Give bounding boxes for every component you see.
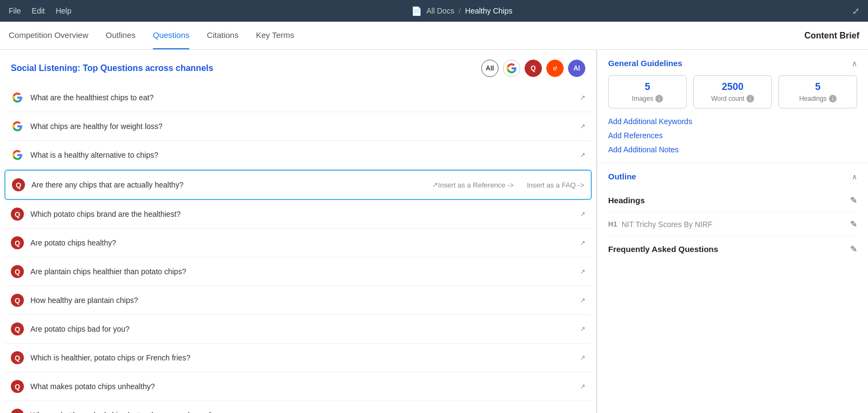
- document-icon: 📄: [411, 6, 422, 16]
- filter-reddit[interactable]: r/: [546, 60, 564, 77]
- right-panel: General Guidelines ∧ 5 Images i 2500 Wor…: [597, 50, 868, 413]
- breadcrumb-separator: /: [458, 7, 461, 15]
- question-text: Are there any chips that are actually he…: [31, 180, 429, 189]
- external-link-icon[interactable]: ↗: [580, 296, 585, 304]
- add-keywords-link[interactable]: Add Additional Keywords: [608, 117, 857, 126]
- share-icon[interactable]: ⤢: [852, 6, 859, 16]
- outline-headings-item: Headings ✎: [608, 189, 857, 212]
- tab-competition-overview[interactable]: Competition Overview: [9, 22, 88, 49]
- add-references-link[interactable]: Add References: [608, 131, 857, 140]
- filter-buttons: All Q r/ AI: [481, 60, 585, 77]
- google-source-icon: [11, 91, 24, 104]
- filter-ai[interactable]: AI: [568, 60, 585, 77]
- menu-file[interactable]: File: [9, 7, 21, 15]
- outline-header-row: Outline ∧: [608, 172, 857, 181]
- word-count-info-icon[interactable]: i: [746, 95, 754, 102]
- tab-outlines[interactable]: Outlines: [106, 22, 136, 49]
- images-value: 5: [644, 81, 650, 93]
- external-link-icon[interactable]: ↗: [580, 325, 585, 333]
- external-link-icon[interactable]: ↗: [580, 268, 585, 275]
- question-item[interactable]: Q Are potato chips healthy? ↗: [4, 229, 592, 257]
- menu-edit[interactable]: Edit: [32, 7, 45, 15]
- external-link-icon[interactable]: ↗: [432, 181, 438, 189]
- insert-as-faq-btn[interactable]: Insert as a FAQ ->: [527, 181, 584, 189]
- filter-all[interactable]: All: [481, 60, 499, 77]
- outline-section: Outline ∧ Headings ✎ H1 NIT Trichy Score…: [597, 163, 868, 270]
- headings-edit-icon[interactable]: ✎: [850, 195, 857, 205]
- question-text: Are plantain chips healthier than potato…: [30, 267, 577, 276]
- question-text: What is a healthy alternative to chips?: [30, 151, 577, 159]
- external-link-icon[interactable]: ↗: [580, 383, 585, 390]
- question-item[interactable]: Q Why are kettle-cooked chips better tha…: [4, 401, 592, 413]
- add-notes-link[interactable]: Add Additional Notes: [608, 145, 857, 154]
- quora-source-icon: Q: [11, 322, 24, 335]
- question-item-selected[interactable]: Q Are there any chips that are actually …: [4, 170, 592, 200]
- filter-quora[interactable]: Q: [525, 60, 542, 77]
- word-count-label: Word count i: [711, 95, 754, 102]
- word-count-value: 2500: [722, 81, 743, 93]
- quora-source-icon: Q: [11, 409, 24, 413]
- left-panel: Social Listening: Top Questions across c…: [0, 50, 597, 413]
- question-text: Why are kettle-cooked chips better than …: [30, 411, 577, 413]
- external-link-icon[interactable]: ↗: [580, 354, 585, 362]
- external-link-icon[interactable]: ↗: [580, 94, 585, 101]
- insert-actions: Insert as a Reference -> Insert as a FAQ…: [438, 181, 584, 189]
- insert-as-reference-btn[interactable]: Insert as a Reference ->: [438, 181, 514, 189]
- external-link-icon[interactable]: ↗: [580, 239, 585, 247]
- tab-questions[interactable]: Questions: [153, 22, 190, 49]
- question-item[interactable]: Q Are potato chips bad for you? ↗: [4, 315, 592, 344]
- guidelines-links: Add Additional Keywords Add References A…: [608, 117, 857, 154]
- question-text: How healthy are plantain chips?: [30, 296, 577, 305]
- question-item[interactable]: Q How healthy are plantain chips? ↗: [4, 286, 592, 315]
- quora-source-icon: Q: [12, 178, 25, 191]
- section-title: Social Listening: Top Questions across c…: [11, 63, 213, 73]
- question-item[interactable]: Q Are plantain chips healthier than pota…: [4, 257, 592, 286]
- headings-info-icon[interactable]: i: [829, 95, 837, 102]
- images-info-icon[interactable]: i: [655, 95, 663, 102]
- question-item[interactable]: What chips are healthy for weight loss? …: [4, 112, 592, 141]
- images-stat-box: 5 Images i: [608, 75, 687, 108]
- external-link-icon[interactable]: ↗: [580, 122, 585, 130]
- images-label: Images i: [632, 95, 663, 102]
- all-docs-link[interactable]: All Docs: [426, 7, 454, 15]
- external-link-icon[interactable]: ↗: [580, 210, 585, 218]
- quora-source-icon: Q: [11, 294, 24, 307]
- faq-edit-icon[interactable]: ✎: [850, 244, 857, 254]
- question-item[interactable]: What is a healthy alternative to chips? …: [4, 141, 592, 170]
- outline-label: Outline: [608, 172, 636, 181]
- question-text: What are the healthiest chips to eat?: [30, 93, 577, 102]
- outline-h1-item: H1 NIT Trichy Scores By NIRF ✎: [608, 212, 857, 236]
- guidelines-label: General Guidelines: [608, 59, 682, 68]
- question-item[interactable]: Q Which potato chips brand are the healt…: [4, 200, 592, 229]
- headings-label: Headings i: [799, 95, 837, 102]
- outline-faq-item: Frequently Asked Questions ✎: [608, 236, 857, 262]
- content-brief-title: Content Brief: [805, 31, 859, 41]
- word-count-stat-box: 2500 Word count i: [693, 75, 772, 108]
- outline-headings-title: Headings: [608, 196, 645, 205]
- h1-edit-icon[interactable]: ✎: [850, 219, 857, 229]
- question-item[interactable]: Q What makes potato chips unhealthy? ↗: [4, 372, 592, 401]
- headings-stat-box: 5 Headings i: [778, 75, 857, 108]
- filter-google[interactable]: [503, 60, 520, 77]
- top-bar-menu: File Edit Help: [9, 7, 71, 15]
- outline-collapse-btn[interactable]: ∧: [852, 172, 857, 181]
- headings-value: 5: [815, 81, 820, 93]
- doc-name: Healthy Chips: [465, 7, 512, 15]
- guidelines-collapse-btn[interactable]: ∧: [852, 59, 857, 68]
- guidelines-stats: 5 Images i 2500 Word count i 5: [608, 75, 857, 108]
- quora-source-icon: Q: [11, 351, 24, 364]
- question-item[interactable]: What are the healthiest chips to eat? ↗: [4, 83, 592, 112]
- h1-badge: H1: [608, 220, 617, 228]
- question-text: What makes potato chips unhealthy?: [30, 382, 577, 391]
- question-item[interactable]: Q Which is healthier, potato chips or Fr…: [4, 344, 592, 372]
- quora-source-icon: Q: [11, 208, 24, 221]
- tab-citations[interactable]: Citations: [207, 22, 238, 49]
- google-source-icon: [11, 120, 24, 133]
- question-text: Are potato chips bad for you?: [30, 325, 577, 333]
- quora-source-icon: Q: [11, 236, 24, 249]
- menu-help[interactable]: Help: [56, 7, 72, 15]
- h1-text: NIT Trichy Scores By NIRF: [622, 220, 713, 229]
- tab-key-terms[interactable]: Key Terms: [256, 22, 295, 49]
- external-link-icon[interactable]: ↗: [580, 151, 585, 159]
- top-bar-right: ⤢: [852, 6, 859, 16]
